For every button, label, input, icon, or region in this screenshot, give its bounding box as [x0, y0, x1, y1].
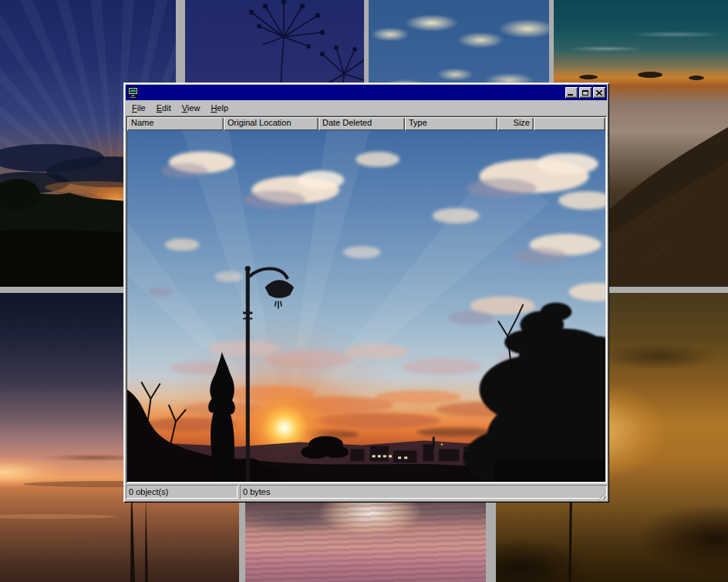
column-header-size[interactable]: Size: [497, 117, 534, 130]
close-icon: [596, 90, 602, 96]
client-area-photo[interactable]: [127, 130, 605, 482]
close-button[interactable]: [593, 87, 605, 98]
title-bar[interactable]: [126, 85, 607, 100]
maximize-button[interactable]: [579, 87, 592, 98]
menu-edit[interactable]: Edit: [151, 102, 177, 114]
recycle-bin-window: File Edit View Help Name Original Locati…: [123, 82, 609, 503]
menu-help[interactable]: Help: [205, 102, 234, 114]
maximize-icon: [582, 90, 588, 96]
desktop-wallpaper: File Edit View Help Name Original Locati…: [0, 0, 728, 582]
computer-icon: [127, 86, 140, 99]
minimize-button[interactable]: [565, 87, 578, 98]
column-header-type[interactable]: Type: [405, 117, 497, 130]
menu-view[interactable]: View: [177, 102, 206, 114]
minimize-icon: [568, 94, 573, 96]
column-header-row: Name Original Location Date Deleted Type…: [127, 117, 605, 130]
menu-file[interactable]: File: [126, 102, 151, 114]
column-header-name[interactable]: Name: [127, 117, 224, 130]
sunset-lamp-photo: [127, 130, 605, 482]
column-header-original-location[interactable]: Original Location: [224, 117, 318, 130]
column-header-date-deleted[interactable]: Date Deleted: [318, 117, 405, 130]
status-object-count: 0 object(s): [126, 485, 238, 499]
status-total-size: 0 bytes: [240, 485, 607, 499]
status-bar: 0 object(s) 0 bytes: [126, 485, 607, 500]
column-header-blank[interactable]: [534, 117, 605, 130]
file-list-view: Name Original Location Date Deleted Type…: [126, 116, 607, 483]
menu-bar: File Edit View Help: [126, 100, 607, 116]
